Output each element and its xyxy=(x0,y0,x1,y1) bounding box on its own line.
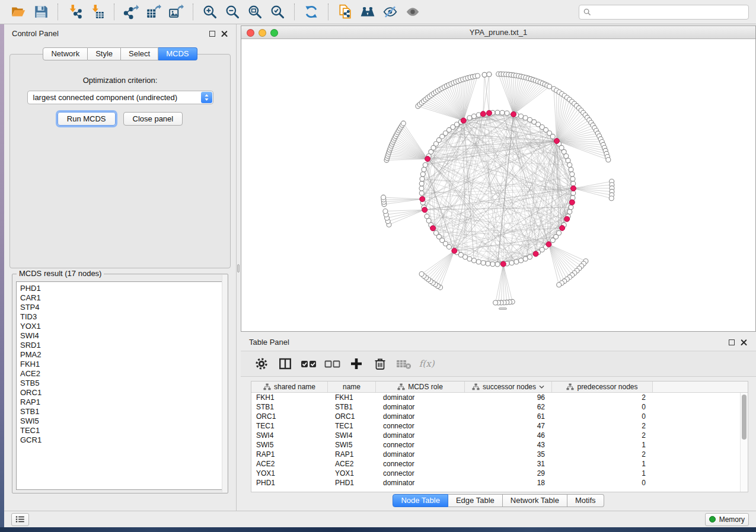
node-table-body: FKH1FKH1dominator962STB1STB1dominator620… xyxy=(251,393,748,488)
close-table-panel-icon[interactable] xyxy=(741,339,748,346)
table-row[interactable]: SWI4SWI4dominator462 xyxy=(251,431,748,440)
column-header-shared-name[interactable]: shared name xyxy=(251,382,328,392)
add-entry-button[interactable] xyxy=(345,354,368,374)
tab-motifs[interactable]: Motifs xyxy=(567,494,604,507)
show-all-columns-icon xyxy=(299,357,318,371)
column-header-MCDS-role[interactable]: MCDS role xyxy=(376,382,465,392)
delete-entry-button[interactable] xyxy=(369,354,391,374)
toggle-columns-button[interactable] xyxy=(274,354,296,374)
table-scrollbar-thumb[interactable] xyxy=(742,395,747,440)
network-window-titlebar[interactable]: YPA_prune.txt_1 xyxy=(241,26,755,39)
table-panel-title: Table Panel xyxy=(249,338,289,347)
cell-successor-nodes: 18 xyxy=(465,478,552,488)
column-header-name[interactable]: name xyxy=(328,382,376,392)
tab-style[interactable]: Style xyxy=(88,47,121,60)
tab-node-table[interactable]: Node Table xyxy=(393,494,448,507)
window-zoom-icon[interactable] xyxy=(270,29,278,37)
import-network-button[interactable] xyxy=(63,2,86,22)
tab-network-table[interactable]: Network Table xyxy=(503,494,567,507)
run-mcds-button[interactable]: Run MCDS xyxy=(58,112,116,126)
show-all-columns-button[interactable] xyxy=(298,354,320,374)
toolbar-separator xyxy=(294,4,295,20)
table-row[interactable]: PHD1PHD1dominator180 xyxy=(251,478,748,488)
mcds-result-item[interactable]: STP4 xyxy=(20,303,224,312)
table-row[interactable]: RAP1RAP1dominator352 xyxy=(251,450,748,459)
import-table-button[interactable] xyxy=(86,2,109,22)
open-session-button[interactable] xyxy=(7,2,30,22)
desktop-wallpaper-bottom xyxy=(0,527,756,532)
task-history-button[interactable] xyxy=(11,513,29,526)
column-header-successor-nodes[interactable]: successor nodes xyxy=(465,382,552,392)
mcds-result-item[interactable]: PHD1 xyxy=(20,284,224,293)
export-image-button[interactable] xyxy=(165,2,187,22)
mcds-result-item[interactable]: SRD1 xyxy=(20,341,224,350)
tab-edge-table[interactable]: Edge Table xyxy=(448,494,503,507)
network-canvas[interactable] xyxy=(241,39,755,331)
table-row[interactable]: STB1STB1dominator620 xyxy=(251,402,748,412)
mcds-result-item[interactable]: STB1 xyxy=(20,407,224,416)
settings-gear-button[interactable] xyxy=(250,354,273,374)
export-network-button[interactable] xyxy=(120,2,142,22)
mcds-result-item[interactable]: TEC1 xyxy=(20,426,224,435)
cell-predecessor-nodes: 2 xyxy=(552,393,653,402)
mcds-result-item[interactable]: YOX1 xyxy=(20,322,224,331)
table-scrollbar[interactable] xyxy=(740,393,748,492)
column-label: successor nodes xyxy=(483,383,536,391)
mcds-result-item[interactable]: CAR1 xyxy=(20,293,224,303)
mcds-result-item[interactable]: GCR1 xyxy=(20,435,224,445)
control-panel-tabs: NetworkStyleSelectMCDS xyxy=(4,47,236,60)
hide-all-columns-button[interactable] xyxy=(321,354,344,374)
splitter-grip-horizontal[interactable] xyxy=(499,307,507,310)
zoom-fit-button[interactable] xyxy=(244,2,266,22)
optimization-criterion-select[interactable]: largest connected component (undirected) xyxy=(27,91,213,104)
table-row[interactable]: ORC1ORC1dominator610 xyxy=(251,412,748,421)
memory-button[interactable]: Memory xyxy=(705,513,749,526)
cell-name: ACE2 xyxy=(328,459,376,469)
mcds-result-item[interactable]: TID3 xyxy=(20,312,224,322)
hide-graphics-details-button[interactable] xyxy=(379,2,401,22)
mcds-result-item[interactable]: FKH1 xyxy=(20,360,224,369)
table-row[interactable]: SWI5SWI5connector431 xyxy=(251,440,748,450)
window-minimize-icon[interactable] xyxy=(259,29,266,37)
float-panel-icon[interactable] xyxy=(209,31,215,37)
window-close-icon[interactable] xyxy=(247,29,254,37)
zoom-selected-button[interactable] xyxy=(266,2,289,22)
close-panel-icon[interactable] xyxy=(221,30,228,37)
tab-network[interactable]: Network xyxy=(43,47,88,60)
search-input[interactable] xyxy=(594,8,745,16)
zoom-in-button[interactable] xyxy=(199,2,221,22)
tab-select[interactable]: Select xyxy=(121,47,158,60)
zoom-out-button[interactable] xyxy=(221,2,244,22)
close-panel-button[interactable]: Close panel xyxy=(123,112,183,126)
mcds-result-list: PHD1CAR1STP4TID3YOX1SWI4SRD1PMA2FKH1ACE2… xyxy=(16,281,225,490)
mcds-result-item[interactable]: PMA2 xyxy=(20,350,224,360)
table-row[interactable]: YOX1YOX1connector291 xyxy=(251,469,748,478)
export-table-button[interactable] xyxy=(142,2,165,22)
save-session-button[interactable] xyxy=(30,2,52,22)
mcds-result-item[interactable]: ACE2 xyxy=(20,369,224,379)
network-graph[interactable] xyxy=(241,39,755,331)
table-tabs: Node TableEdge TableNetwork TableMotifs xyxy=(241,494,756,507)
show-graphics-details-button[interactable] xyxy=(401,2,424,22)
mcds-result-item[interactable]: ORC1 xyxy=(20,388,224,398)
tab-mcds[interactable]: MCDS xyxy=(158,47,197,60)
mcds-result-item[interactable]: RAP1 xyxy=(20,398,224,407)
table-row[interactable]: TEC1TEC1connector472 xyxy=(251,421,748,431)
float-table-panel-icon[interactable] xyxy=(729,339,735,345)
splitter-grip[interactable] xyxy=(237,264,240,273)
refresh-view-button[interactable] xyxy=(300,2,323,22)
copy-network-button[interactable] xyxy=(334,2,356,22)
mcds-result-item[interactable]: SWI4 xyxy=(20,331,224,341)
search-box[interactable] xyxy=(579,5,749,20)
mcds-result-item[interactable]: STB5 xyxy=(20,379,224,388)
table-row[interactable]: FKH1FKH1dominator962 xyxy=(251,393,748,402)
search-binoculars-button[interactable] xyxy=(356,2,379,22)
export-table-icon xyxy=(146,4,161,20)
mcds-result-item[interactable]: SWI5 xyxy=(20,416,224,426)
table-row[interactable]: ACE2ACE2connector311 xyxy=(251,459,748,469)
search-binoculars-icon xyxy=(360,4,375,20)
mcds-list-scrollbar[interactable] xyxy=(222,275,227,492)
column-header-predecessor-nodes[interactable]: predecessor nodes xyxy=(552,382,653,392)
panel-splitter-vertical[interactable] xyxy=(237,24,241,511)
toggle-columns-icon xyxy=(278,357,292,371)
